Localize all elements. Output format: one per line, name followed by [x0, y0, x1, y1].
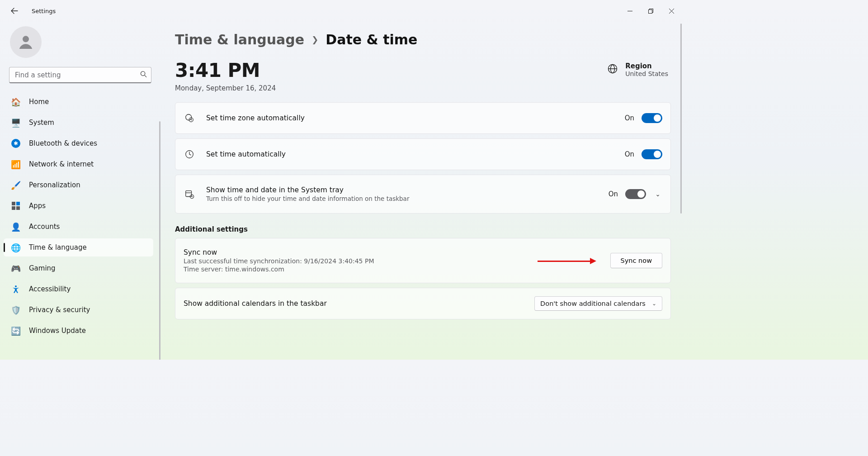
back-button[interactable] — [5, 2, 24, 20]
setting-label: Set time automatically — [206, 150, 286, 158]
svg-rect-5 — [16, 202, 20, 205]
timezone-auto-toggle[interactable] — [642, 113, 662, 123]
sidebar-item-label: Bluetooth & devices — [29, 139, 97, 147]
window-controls — [619, 4, 682, 18]
sync-last: Last successful time synchronization: 9/… — [184, 257, 374, 265]
sidebar-item-bluetooth[interactable]: ✱Bluetooth & devices — [4, 134, 153, 152]
region-value: United States — [625, 70, 668, 77]
breadcrumb-current: Date & time — [326, 32, 417, 48]
minimize-button[interactable] — [619, 4, 640, 18]
expand-button[interactable]: ⌄ — [653, 190, 662, 198]
brush-icon: 🖌️ — [11, 180, 21, 190]
titlebar: Settings — [0, 0, 684, 22]
sidebar-item-label: Accounts — [29, 223, 60, 231]
select-value: Don't show additional calendars — [540, 300, 646, 307]
setting-sync-now: Sync now Last successful time synchroniz… — [175, 238, 671, 283]
sidebar-item-label: Windows Update — [29, 327, 86, 335]
setting-additional-calendars: Show additional calendars in the taskbar… — [175, 288, 671, 319]
close-button[interactable] — [661, 4, 682, 18]
maximize-button[interactable] — [640, 4, 661, 18]
svg-rect-13 — [186, 191, 192, 197]
toggle-state-label: On — [625, 150, 634, 158]
chevron-right-icon: ❯ — [311, 35, 318, 44]
section-heading: Additional settings — [175, 225, 671, 233]
calendar-clock-icon — [184, 189, 195, 199]
sidebar-item-personalization[interactable]: 🖌️Personalization — [4, 176, 153, 194]
current-time: 3:41 PM — [175, 59, 276, 81]
sidebar: 🏠Home 🖥️System ✱Bluetooth & devices 📶Net… — [0, 22, 160, 360]
accessibility-icon — [11, 284, 21, 294]
sidebar-item-label: Gaming — [29, 264, 56, 272]
sync-title: Sync now — [184, 248, 374, 256]
apps-icon — [11, 201, 21, 211]
sidebar-item-label: Privacy & security — [29, 306, 90, 314]
calendars-select[interactable]: Don't show additional calendars ⌄ — [534, 296, 662, 311]
home-icon: 🏠 — [11, 97, 21, 107]
timezone-icon — [184, 113, 195, 123]
bluetooth-icon: ✱ — [11, 138, 21, 148]
svg-point-10 — [186, 114, 192, 120]
sidebar-item-label: Home — [29, 98, 49, 106]
main-scrollbar[interactable] — [680, 24, 682, 214]
person-icon: 👤 — [11, 222, 21, 232]
toggle-state-label: On — [609, 190, 618, 198]
svg-point-2 — [23, 36, 29, 42]
maximize-icon — [648, 9, 653, 14]
annotation-arrow — [538, 259, 596, 263]
svg-point-3 — [141, 71, 145, 76]
setting-label: Show time and date in the System tray — [206, 186, 409, 194]
sidebar-item-label: Network & internet — [29, 160, 94, 168]
breadcrumb-parent[interactable]: Time & language — [175, 32, 304, 48]
setting-label: Show additional calendars in the taskbar — [184, 299, 327, 308]
sidebar-item-label: Accessibility — [29, 285, 71, 293]
setting-label: Set time zone automatically — [206, 114, 305, 122]
setting-tray-clock: Show time and date in the System tray Tu… — [175, 175, 671, 214]
sidebar-item-privacy[interactable]: 🛡️Privacy & security — [4, 301, 153, 319]
minimize-icon — [627, 9, 632, 14]
region-info[interactable]: Region United States — [607, 62, 668, 77]
sidebar-item-label: Apps — [29, 202, 46, 210]
svg-rect-1 — [648, 10, 652, 13]
region-label: Region — [625, 62, 668, 70]
time-auto-toggle[interactable] — [642, 149, 662, 159]
clock-icon — [184, 149, 195, 159]
sidebar-item-gaming[interactable]: 🎮Gaming — [4, 259, 153, 277]
setting-description: Turn this off to hide your time and date… — [206, 195, 409, 202]
main-content: Time & language ❯ Date & time 3:41 PM Mo… — [160, 22, 684, 360]
sidebar-item-apps[interactable]: Apps — [4, 197, 153, 215]
system-icon: 🖥️ — [11, 118, 21, 128]
sidebar-item-home[interactable]: 🏠Home — [4, 93, 153, 111]
sidebar-item-update[interactable]: 🔄Windows Update — [4, 322, 153, 340]
gamepad-icon: 🎮 — [11, 263, 21, 273]
arrow-left-icon — [11, 7, 18, 14]
shield-icon: 🛡️ — [11, 305, 21, 315]
toggle-state-label: On — [625, 114, 634, 122]
svg-point-8 — [15, 285, 17, 287]
globe-icon — [607, 63, 618, 76]
svg-rect-7 — [16, 206, 20, 210]
close-icon — [669, 9, 674, 14]
sync-server: Time server: time.windows.com — [184, 266, 374, 273]
sidebar-item-accounts[interactable]: 👤Accounts — [4, 218, 153, 236]
chevron-down-icon: ⌄ — [652, 300, 656, 307]
sidebar-item-network[interactable]: 📶Network & internet — [4, 155, 153, 173]
svg-rect-4 — [12, 202, 15, 205]
globe-clock-icon: 🌐 — [11, 242, 21, 252]
wifi-icon: 📶 — [11, 159, 21, 169]
search-input[interactable] — [9, 67, 151, 83]
nav: 🏠Home 🖥️System ✱Bluetooth & devices 📶Net… — [0, 91, 160, 341]
sidebar-item-system[interactable]: 🖥️System — [4, 114, 153, 132]
search-icon — [140, 71, 147, 80]
sidebar-item-label: System — [29, 119, 54, 127]
tray-clock-toggle[interactable] — [625, 189, 646, 199]
setting-time-auto: Set time automatically On — [175, 138, 671, 170]
sidebar-item-accessibility[interactable]: Accessibility — [4, 280, 153, 298]
update-icon: 🔄 — [11, 326, 21, 336]
person-icon — [17, 33, 35, 51]
window-title: Settings — [32, 8, 56, 14]
sidebar-item-label: Personalization — [29, 181, 80, 189]
user-avatar[interactable] — [10, 26, 42, 58]
sync-now-button[interactable]: Sync now — [610, 253, 662, 268]
current-date: Monday, September 16, 2024 — [175, 84, 276, 92]
sidebar-item-time-language[interactable]: 🌐Time & language — [4, 238, 153, 256]
